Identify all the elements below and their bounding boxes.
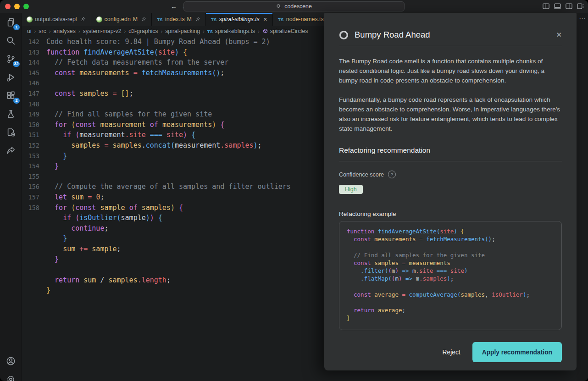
- settings-button[interactable]: [0, 370, 21, 381]
- breadcrumb-file[interactable]: TSspiral-siblings.ts: [207, 28, 255, 34]
- search-button[interactable]: [0, 31, 21, 50]
- divider: [339, 46, 562, 46]
- line-number[interactable]: 157: [22, 192, 39, 203]
- line-number[interactable]: [22, 275, 39, 286]
- line-number[interactable]: 146: [22, 78, 39, 88]
- tab-spiral-siblings.ts[interactable]: TSspiral-siblings.ts✕: [206, 13, 273, 26]
- breadcrumb-separator: ›: [161, 28, 163, 34]
- tab-index.ts[interactable]: TSindex.tsM: [152, 13, 206, 26]
- explorer-badge: 1: [13, 24, 20, 30]
- line-number[interactable]: 148: [22, 99, 39, 110]
- panel-close-icon[interactable]: ✕: [556, 31, 562, 39]
- account-button[interactable]: [0, 352, 21, 370]
- refactoring-example-label: Refactoring example: [339, 210, 562, 217]
- breadcrumb-item-d3-graphics[interactable]: d3-graphics: [128, 28, 158, 34]
- line-number[interactable]: 149: [22, 109, 39, 120]
- document-gear-button[interactable]: [0, 123, 21, 141]
- example-code-line: [347, 298, 554, 306]
- line-number[interactable]: [22, 213, 39, 223]
- breadcrumb-item-spiral-packing[interactable]: spiral-packing: [165, 28, 200, 34]
- source-control-button[interactable]: 32: [0, 50, 21, 68]
- line-number[interactable]: 154: [22, 161, 39, 171]
- tab-label: output.calva-repl: [35, 16, 77, 22]
- apply-recommendation-button[interactable]: Apply recommendation: [472, 342, 562, 362]
- testing-icon: [6, 109, 16, 119]
- pin-icon[interactable]: [195, 17, 200, 22]
- layout-controls: [542, 2, 584, 10]
- pin-icon[interactable]: [141, 17, 146, 22]
- clojure-file-icon: [27, 17, 33, 22]
- line-number[interactable]: [22, 244, 39, 254]
- testing-button[interactable]: [0, 105, 21, 123]
- line-number[interactable]: 156: [22, 182, 39, 192]
- line-number[interactable]: 153: [22, 151, 39, 161]
- code-text: // Compute the average of all samples an…: [46, 182, 291, 192]
- example-code-line: return average;: [347, 306, 554, 314]
- line-number[interactable]: 143: [22, 47, 39, 58]
- code-text: for (const measurement of measurements) …: [46, 120, 224, 130]
- description-paragraph: Fundamentally, a bumpy code road represe…: [339, 95, 562, 133]
- extensions-button[interactable]: 2: [0, 86, 21, 105]
- line-number[interactable]: 151: [22, 130, 39, 140]
- line-number[interactable]: 147: [22, 88, 39, 99]
- editor-actions-more-icon[interactable]: ⋯: [577, 15, 588, 23]
- tab-output.calva-repl[interactable]: output.calva-repl: [22, 13, 91, 26]
- breadcrumb-symbol[interactable]: spiralizeCircles: [262, 28, 308, 34]
- navigate-back-icon[interactable]: ←: [171, 3, 177, 10]
- share-arrow-button[interactable]: [0, 141, 21, 160]
- confidence-score-label: Confidence score: [339, 171, 384, 178]
- example-code-line: // Find all samples for the given site: [347, 251, 554, 259]
- confidence-badge: High: [339, 185, 363, 194]
- explorer-button[interactable]: 1: [0, 13, 21, 31]
- line-number[interactable]: [22, 265, 39, 275]
- line-number[interactable]: 152: [22, 140, 39, 151]
- settings-gear-icon: [6, 375, 16, 381]
- secondary-editor-group: ⋯: [577, 13, 588, 381]
- line-number[interactable]: [22, 254, 39, 265]
- command-center-search[interactable]: codescene: [183, 1, 405, 11]
- run-and-debug-button[interactable]: [0, 68, 21, 86]
- refactoring-recommendation-heading: Refactoring recommendation: [339, 146, 562, 155]
- line-number[interactable]: [22, 233, 39, 244]
- line-number[interactable]: [22, 285, 39, 296]
- breadcrumb-item-analyses[interactable]: analyses: [53, 28, 76, 34]
- window-zoom-button[interactable]: [23, 4, 29, 9]
- line-number[interactable]: 142: [22, 37, 39, 47]
- line-number[interactable]: [22, 223, 39, 234]
- reject-button[interactable]: Reject: [434, 344, 469, 360]
- help-icon[interactable]: ?: [388, 171, 396, 178]
- line-number[interactable]: 145: [22, 68, 39, 78]
- code-text: }: [46, 233, 67, 244]
- tab-config.edn[interactable]: config.ednM: [91, 13, 152, 26]
- layout-panel-bottom-icon[interactable]: [554, 2, 561, 10]
- clojure-file-icon: [96, 17, 102, 22]
- window-close-button[interactable]: [5, 4, 11, 9]
- tab-label: node-names.ts: [286, 16, 324, 22]
- breadcrumb-separator: ›: [49, 28, 51, 34]
- layout-sidebar-right-icon[interactable]: [565, 2, 573, 10]
- code-text: continue;: [46, 223, 108, 234]
- breadcrumb-separator: ›: [124, 28, 126, 34]
- breadcrumb-item-ui[interactable]: ui: [27, 28, 32, 34]
- code-text: sum += sample;: [46, 244, 121, 254]
- line-number[interactable]: 158: [22, 203, 39, 213]
- code-text: }: [46, 254, 59, 265]
- extensions-badge: 2: [13, 98, 20, 104]
- code-text: // Find all samples for the given site: [46, 109, 212, 120]
- layout-sidebar-left-icon[interactable]: [542, 2, 550, 10]
- window-minimize-button[interactable]: [14, 4, 20, 9]
- line-number[interactable]: 144: [22, 57, 39, 68]
- example-code-line: .filter((m) => m.site === site): [347, 267, 554, 275]
- pin-icon[interactable]: [80, 17, 86, 22]
- breadcrumb-item-src[interactable]: src: [39, 28, 46, 34]
- layout-customize-icon[interactable]: [577, 2, 584, 10]
- code-text: }: [46, 161, 59, 171]
- breadcrumb-separator: ›: [258, 28, 260, 34]
- breadcrumb-file-label: spiral-siblings.ts: [215, 28, 255, 34]
- line-number[interactable]: 150: [22, 120, 39, 130]
- line-number[interactable]: 155: [22, 171, 39, 182]
- source-control-badge: 32: [13, 61, 20, 67]
- breadcrumb-item-system-map-v2[interactable]: system-map-v2: [83, 28, 122, 34]
- typescript-file-icon: TS: [207, 29, 213, 34]
- tab-close-icon[interactable]: ✕: [263, 17, 267, 22]
